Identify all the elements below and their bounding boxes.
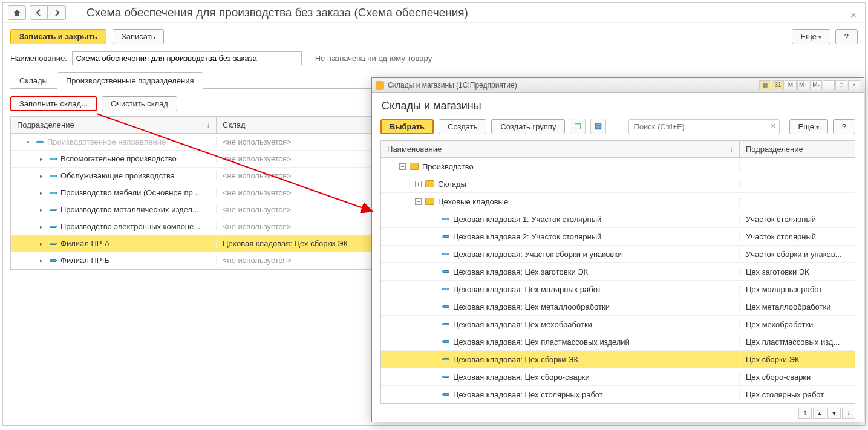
row-name: Производство электронных компоне... [60, 222, 200, 231]
list-item[interactable]: +Склады [381, 175, 855, 193]
list-item[interactable]: −Цеховые кладовые [381, 193, 855, 210]
create-button[interactable]: Создать [439, 119, 486, 134]
tab-warehouses[interactable]: Склады [10, 72, 57, 89]
refresh-icon[interactable] [570, 119, 586, 134]
item-dept: Участок столярный [740, 215, 855, 224]
row-name: Обслуживающие производства [60, 171, 175, 180]
item-name: Цеховые кладовые [438, 197, 508, 206]
expand-icon[interactable]: ▸ [40, 190, 46, 196]
clear-warehouse-button[interactable]: Очистить склад [102, 96, 177, 111]
search-clear-icon[interactable]: × [771, 121, 775, 131]
dialog-title: Склады и магазины [372, 93, 864, 116]
forward-button[interactable] [48, 5, 66, 20]
list-item[interactable]: Цеховая кладовая: Цех столярных работЦех… [381, 386, 855, 403]
help-button[interactable]: ? [835, 29, 858, 44]
home-button[interactable] [8, 5, 26, 20]
item-name: Производство [422, 162, 474, 171]
expand-icon[interactable]: ▸ [40, 241, 46, 247]
list-view-icon[interactable] [590, 119, 606, 134]
sort-indicator-icon: ↓ [206, 121, 210, 129]
row-name: Производственное направление [47, 137, 166, 146]
expand-icon[interactable]: ▸ [40, 207, 46, 213]
page-title: Схема обеспечения для производства без з… [86, 6, 468, 19]
item-dept: Цех металлообработки [740, 302, 855, 311]
list-item[interactable]: Цеховая кладовая 2: Участок столярныйУча… [381, 228, 855, 246]
winbtn-mplus[interactable]: M+ [797, 80, 809, 90]
warehouses-dialog: Склады и магазины (1С:Предприятие) ▦ 31 … [371, 77, 864, 422]
nav-up-icon[interactable]: ▲ [813, 408, 826, 419]
item-icon [442, 358, 449, 360]
modal-col-dept[interactable]: Подразделение [740, 141, 855, 157]
item-name: Цеховая кладовая: Цех мехобработки [453, 320, 592, 329]
expand-icon[interactable]: ▾ [27, 139, 33, 145]
list-item[interactable]: Цеховая кладовая: Участок сборки и упако… [381, 246, 855, 263]
row-name: Производство металлических издел... [60, 205, 199, 214]
item-name: Цеховая кладовая: Цех металлообработки [453, 302, 610, 311]
item-dept: Цех столярных работ [740, 390, 855, 399]
create-group-button[interactable]: Создать группу [491, 119, 565, 134]
nav-down-icon[interactable]: ▼ [827, 408, 841, 419]
expand-toggle-icon[interactable]: + [415, 181, 422, 187]
node-icon [50, 226, 57, 228]
list-item[interactable]: Цеховая кладовая 1: Участок столярныйУча… [381, 210, 855, 228]
winbtn-calc-icon[interactable]: ▦ [759, 80, 771, 90]
winbtn-m[interactable]: M [785, 80, 797, 90]
name-field[interactable] [72, 51, 302, 65]
winbtn-min[interactable]: _ [823, 80, 835, 90]
modal-sort-icon: ↓ [729, 145, 733, 154]
winbtn-max[interactable]: □ [835, 80, 847, 90]
item-name: Цеховая кладовая 1: Участок столярный [453, 215, 601, 224]
item-icon [442, 270, 449, 273]
back-button[interactable] [30, 5, 48, 20]
item-name: Цеховая кладовая: Цех заготовки ЭК [453, 267, 588, 276]
item-dept: Цех сборо-сварки [740, 373, 855, 382]
search-input[interactable] [628, 119, 780, 134]
item-dept: Участок сборки и упаков... [740, 250, 855, 259]
col-department[interactable]: Подразделение ↓ [11, 117, 217, 133]
expand-icon[interactable]: ▸ [40, 224, 46, 230]
item-icon [442, 376, 449, 378]
list-item[interactable]: −Производство [381, 158, 855, 175]
select-button[interactable]: Выбрать [380, 119, 434, 134]
save-button[interactable]: Записать [113, 29, 165, 44]
list-item[interactable]: Цеховая кладовая: Цех сборо-сваркиЦех сб… [381, 368, 855, 386]
item-icon [442, 218, 449, 220]
folder-icon [425, 180, 434, 187]
item-name: Цеховая кладовая: Цех пластмассовых изде… [453, 337, 630, 347]
winbtn-mminus[interactable]: M- [810, 80, 822, 90]
list-item[interactable]: Цеховая кладовая: Цех мехобработкиЦех ме… [381, 316, 855, 333]
list-item[interactable]: Цеховая кладовая: Цех сборки ЭКЦех сборк… [381, 351, 855, 368]
list-item[interactable]: Цеховая кладовая: Цех малярных работЦех … [381, 281, 855, 298]
item-name: Цеховая кладовая: Участок сборки и упако… [453, 250, 622, 259]
item-name: Цеховая кладовая: Цех столярных работ [453, 390, 603, 399]
list-item[interactable]: Цеховая кладовая: Цех металлообработкиЦе… [381, 298, 855, 316]
item-icon [442, 340, 449, 343]
winbtn-cal-icon[interactable]: 31 [772, 80, 784, 90]
expand-toggle-icon[interactable]: − [399, 163, 406, 170]
winbtn-close[interactable]: × [848, 80, 860, 90]
list-item[interactable]: Цеховая кладовая: Цех пластмассовых изде… [381, 333, 855, 351]
item-dept: Цех заготовки ЭК [740, 267, 855, 276]
expand-icon[interactable]: ▸ [40, 173, 46, 179]
node-icon [50, 158, 57, 160]
tab-departments[interactable]: Производственные подразделения [57, 72, 203, 89]
row-name: Филиал ПР-Б [60, 256, 109, 265]
item-dept: Участок столярный [740, 232, 855, 241]
modal-help-button[interactable]: ? [833, 119, 855, 134]
item-icon [442, 305, 449, 308]
save-close-button[interactable]: Записать и закрыть [10, 29, 106, 44]
nav-last-icon[interactable]: ⤓ [842, 408, 855, 419]
expand-icon[interactable]: ▸ [40, 258, 46, 264]
nav-first-icon[interactable]: ⤒ [798, 408, 812, 419]
list-item[interactable]: Цеховая кладовая: Цех заготовки ЭКЦех за… [381, 263, 855, 281]
modal-col-name[interactable]: Наименование ↓ [381, 141, 740, 157]
more-button[interactable]: Еще [792, 29, 830, 44]
status-text: Не назначена ни одному товару [315, 54, 432, 63]
close-icon[interactable]: × [850, 9, 857, 22]
modal-more-button[interactable]: Еще [789, 119, 828, 134]
expand-toggle-icon[interactable]: − [415, 198, 422, 205]
window-caption: Склады и магазины (1С:Предприятие) [388, 81, 517, 90]
fill-warehouse-button[interactable]: Заполнить склад... [10, 96, 97, 111]
expand-icon[interactable]: ▸ [40, 156, 46, 162]
row-name: Производство мебели (Основное пр... [60, 188, 200, 197]
